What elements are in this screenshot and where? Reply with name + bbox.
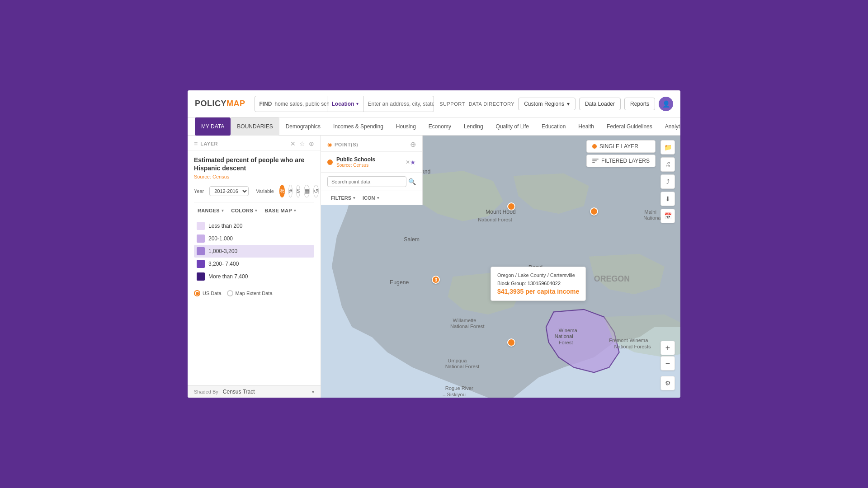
range-label: 1,000-3,200 — [208, 248, 237, 254]
points-panel: ◉ POINT(S) ⊕ Public Schools Source: Cens… — [321, 136, 423, 205]
custom-regions-label: Custom Regions — [524, 101, 564, 107]
shaded-by-row: Shaded By Census Tract ▾ — [188, 385, 321, 398]
map-point-4[interactable] — [507, 338, 515, 347]
user-avatar[interactable]: 👤 — [659, 97, 673, 111]
ranges-button[interactable]: RANGES ▾ — [194, 206, 227, 215]
range-label: 3,200- 7,400 — [208, 261, 239, 267]
base-map-button[interactable]: BASE MAP ▾ — [261, 206, 300, 215]
support-link[interactable]: SUPPORT — [439, 101, 465, 107]
svg-text:Eugene: Eugene — [390, 279, 409, 286]
range-label: More than 7,400 — [208, 273, 248, 280]
layer-close-button[interactable]: ✕ — [290, 140, 296, 147]
data-loader-button[interactable]: Data Loader — [579, 98, 621, 110]
public-schools-item: Public Schools Source: Census ✕ ★ — [321, 152, 422, 173]
nav-housing[interactable]: Housing — [390, 117, 422, 136]
custom-regions-button[interactable]: Custom Regions ▾ — [518, 98, 576, 110]
nav-federal-guidelines[interactable]: Federal Guidelines — [600, 117, 659, 136]
range-item-highlighted[interactable]: 1,000-3,200 — [194, 245, 314, 258]
find-input[interactable] — [275, 101, 329, 107]
search-area: Find Location ▾ 🔍 — [255, 96, 434, 112]
single-layer-button[interactable]: SINGLE LAYER — [586, 140, 656, 153]
range-item[interactable]: More than 7,400 — [194, 270, 314, 283]
shaded-by-value[interactable]: Census Tract — [223, 389, 307, 395]
data-directory-link[interactable]: DATA DIRECTORY — [469, 101, 515, 107]
range-item[interactable]: 200-1,000 — [194, 232, 314, 245]
layer-move-icon[interactable]: ⊕ — [309, 140, 314, 147]
svg-text:National: National — [643, 215, 662, 221]
single-layer-label: SINGLE LAYER — [599, 143, 638, 150]
zoom-out-button[interactable]: − — [660, 356, 675, 371]
range-item[interactable]: Less than 200 — [194, 220, 314, 232]
var-number-button[interactable]: # — [288, 185, 292, 197]
zoom-in-button[interactable]: + — [660, 341, 675, 355]
logo-policy: POLICY — [195, 99, 226, 108]
reports-button[interactable]: Reports — [624, 98, 655, 110]
print-tool-button[interactable]: 🖨 — [660, 157, 675, 172]
nav-analytics[interactable]: Analytics — [659, 117, 680, 136]
map-point-3[interactable]: 3 — [432, 276, 440, 284]
base-map-label: BASE MAP — [264, 208, 292, 213]
nav-quality-of-life[interactable]: Quality of Life — [490, 117, 535, 136]
app-container: POLICYMAP Find Location ▾ 🔍 SUPPORT DATA… — [188, 90, 680, 398]
range-item[interactable]: 3,200- 7,400 — [194, 258, 314, 270]
nav-incomes-spending[interactable]: Incomes & Spending — [327, 117, 390, 136]
var-refresh-button[interactable]: ↺ — [313, 185, 319, 197]
colors-button[interactable]: COLORS ▾ — [227, 206, 261, 215]
icon-button[interactable]: ICON ▾ — [359, 194, 383, 202]
map-extent-label: Map Extent Data — [236, 291, 273, 296]
svg-text:Malhi: Malhi — [644, 209, 656, 215]
range-swatch — [197, 260, 205, 268]
map-point-1[interactable] — [507, 202, 515, 211]
nav-education[interactable]: Education — [535, 117, 572, 136]
var-percent-button[interactable]: % — [279, 185, 285, 197]
year-select[interactable]: 2012-2016 — [209, 186, 249, 196]
map-extent-option[interactable]: Map Extent Data — [227, 290, 273, 296]
points-add-button[interactable]: ⊕ — [410, 140, 416, 149]
tooltip-value: $41,3935 per capita income — [497, 288, 579, 295]
var-chart-button[interactable]: ▦ — [304, 185, 310, 197]
search-point-button[interactable]: 🔍 — [408, 178, 416, 185]
us-data-label: US Data — [203, 291, 222, 296]
top-bar: POLICYMAP Find Location ▾ 🔍 SUPPORT DATA… — [188, 90, 680, 117]
range-swatch — [197, 222, 205, 230]
colors-caret-icon: ▾ — [255, 208, 257, 213]
map-point-2[interactable] — [590, 207, 598, 216]
search-point-input[interactable] — [327, 176, 406, 187]
options-row: RANGES ▾ COLORS ▾ BASE MAP ▾ — [194, 202, 314, 215]
nav-my-data[interactable]: MY DATA — [195, 117, 231, 136]
nav-boundaries[interactable]: BOUNDARIES — [231, 117, 279, 136]
main-content: ≡ LAYER ✕ ☆ ⊕ Estimated percent of peopl… — [188, 136, 680, 398]
range-swatch — [197, 272, 205, 281]
range-label: Less than 200 — [208, 223, 242, 229]
layer-source[interactable]: Source: Census — [194, 174, 314, 179]
school-close-button[interactable]: ✕ — [406, 159, 410, 165]
download-tool-button[interactable]: ⬇ — [660, 192, 675, 206]
nav-demographics[interactable]: Demographics — [279, 117, 327, 136]
address-input[interactable] — [363, 101, 434, 107]
school-dot-icon — [327, 160, 333, 165]
nav-economy[interactable]: Economy — [422, 117, 458, 136]
filters-button[interactable]: FILTERS ▾ — [327, 194, 359, 202]
school-star-button[interactable]: ★ — [410, 159, 416, 166]
controls-row: Year 2012-2016 Variable % # $ ▦ ↺ — [194, 185, 314, 197]
shaded-by-caret-icon[interactable]: ▾ — [312, 389, 314, 394]
svg-text:National Forest: National Forest — [478, 217, 512, 222]
var-dollar-button[interactable]: $ — [296, 185, 300, 197]
nav-lending[interactable]: Lending — [458, 117, 490, 136]
variable-label: Variable — [256, 188, 274, 194]
svg-text:National: National — [555, 333, 573, 339]
location-section[interactable]: Location ▾ — [327, 96, 363, 112]
range-label: 200-1,000 — [208, 235, 233, 242]
share-tool-button[interactable]: ⤴ — [660, 174, 675, 189]
logo[interactable]: POLICYMAP — [195, 99, 245, 108]
nav-health[interactable]: Health — [572, 117, 600, 136]
layer-favorite-button[interactable]: ☆ — [299, 140, 305, 147]
calendar-tool-button[interactable]: 📅 — [660, 209, 675, 223]
icon-label: ICON — [363, 195, 375, 201]
map-settings-button[interactable]: ⚙ — [660, 376, 675, 390]
layer-toggles: SINGLE LAYER FILTERED LAYERS — [586, 140, 656, 167]
us-data-option[interactable]: US Data — [194, 290, 222, 296]
folder-tool-button[interactable]: 📁 — [660, 140, 675, 155]
school-source[interactable]: Source: Census — [336, 163, 406, 168]
filtered-layers-button[interactable]: FILTERED LAYERS — [586, 155, 656, 167]
